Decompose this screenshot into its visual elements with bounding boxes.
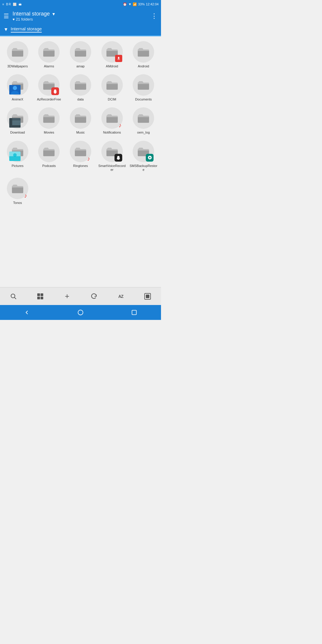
folder-label-3dwallpapers: 3DWallpapers: [7, 64, 28, 68]
title-area: Internal storage ▼ ♥ 21 folders: [13, 11, 56, 21]
folder-item-animex[interactable]: AnimeX: [2, 72, 33, 104]
folder-item-amap[interactable]: amap: [65, 39, 96, 71]
signal-icon: 📶: [133, 2, 137, 6]
svg-rect-22: [132, 310, 137, 315]
folder-item-3dwallpapers[interactable]: 3DWallpapers: [2, 39, 33, 71]
battery-text: 33%: [138, 2, 145, 6]
status-left: ≡ BR ⬜ 🏔: [2, 3, 22, 6]
folder-item-android[interactable]: Android: [128, 39, 159, 71]
heart-icon: ♥: [13, 17, 15, 21]
folder-label-android: Android: [138, 64, 149, 68]
folder-label-animex: AnimeX: [12, 97, 24, 101]
folder-item-movies[interactable]: Movies: [34, 105, 64, 137]
title-row: Internal storage ▼: [13, 11, 56, 17]
page-title: Internal storage: [13, 11, 50, 17]
thumbnail-animex: [9, 85, 21, 95]
svg-point-21: [78, 310, 83, 315]
app-icon-azrecorderfree: [51, 87, 59, 95]
folder-item-notifications[interactable]: ♪Notifications: [97, 105, 127, 137]
svg-rect-16: [41, 293, 43, 296]
bottom-toolbar: + AZ: [0, 287, 161, 305]
grid-view-button[interactable]: [33, 289, 48, 304]
folder-label-data: data: [77, 97, 83, 101]
folder-label-amap: amap: [76, 64, 85, 68]
menu-button[interactable]: ☰: [4, 13, 9, 20]
svg-point-1: [13, 86, 17, 90]
sort-button[interactable]: AZ: [113, 289, 128, 304]
wifi-icon: ▼: [128, 2, 131, 6]
svg-rect-15: [37, 293, 40, 296]
dropdown-arrow-icon[interactable]: ▼: [52, 12, 56, 16]
breadcrumb: Internal storage: [11, 26, 42, 32]
status-bar: ≡ BR ⬜ 🏔 ⏰ ▼ 📶 33% 12:42:04: [0, 0, 161, 8]
music-note-notifications: ♪: [119, 122, 122, 129]
status-right: ⏰ ▼ 📶 33% 12:42:04: [123, 2, 159, 6]
folder-item-smartvoicerecorder[interactable]: SmartVoiceRecorder: [97, 138, 127, 174]
folder-item-azrecorderfree[interactable]: AzRecorderFree: [34, 72, 64, 104]
svg-rect-4: [55, 93, 56, 94]
svg-rect-10: [9, 156, 21, 161]
folder-item-amdroid[interactable]: AMdroid: [97, 39, 127, 71]
music-note-ringtones: ♪: [87, 155, 90, 162]
search-button[interactable]: [6, 289, 21, 304]
music-note-tonos: ♪: [24, 192, 27, 199]
app-bar-left: ☰ Internal storage ▼ ♥ 21 folders: [4, 11, 56, 21]
time-text: 12:42:04: [146, 2, 159, 6]
empty-area: [0, 210, 161, 287]
svg-rect-20: [146, 295, 149, 298]
folder-label-download: Download: [10, 131, 25, 134]
folder-label-documents: Documents: [135, 97, 152, 101]
folder-item-smsbackuprestore[interactable]: SMSBackupRestore: [128, 138, 159, 174]
folder-label-movies: Movies: [44, 131, 54, 134]
folder-label-notifications: Notifications: [103, 131, 121, 134]
folder-label-smsbackuprestore: SMSBackupRestore: [129, 164, 157, 172]
folder-label-podcasts: Podcasts: [42, 164, 56, 168]
thumbnail-download: [9, 118, 21, 128]
svg-rect-17: [37, 297, 40, 299]
folder-label-dcim: DCIM: [108, 97, 116, 101]
back-button[interactable]: [19, 306, 34, 318]
folder-label-oem_log: oem_log: [137, 131, 150, 134]
folder-label-smartvoicerecorder: SmartVoiceRecorder: [98, 164, 126, 172]
svg-rect-18: [41, 297, 43, 299]
folder-item-download[interactable]: Download: [2, 105, 33, 137]
folder-item-tonos[interactable]: ♪Tonos: [2, 175, 33, 207]
folder-label-azrecorderfree: AzRecorderFree: [37, 97, 61, 101]
more-options-button[interactable]: ⋮: [151, 12, 157, 20]
clock-icon: ⏰: [123, 2, 127, 6]
folder-label-ringtones: Ringtones: [73, 164, 88, 168]
folder-grid: 3DWallpapers Alarms amap AMdroid Android…: [0, 36, 161, 210]
home-button[interactable]: [73, 306, 88, 318]
select-button[interactable]: [140, 289, 155, 304]
folder-item-ringtones[interactable]: ♪Ringtones: [65, 138, 96, 174]
folder-item-podcasts[interactable]: Podcasts: [34, 138, 64, 174]
recents-button[interactable]: [127, 306, 142, 318]
folder-item-dcim[interactable]: DCIM: [97, 72, 127, 104]
svg-rect-8: [9, 125, 21, 128]
folder-label-tonos: Tonos: [13, 201, 22, 205]
breadcrumb-back-icon[interactable]: ▼: [4, 27, 8, 32]
app-icon-smartvoicerecorder: [114, 154, 122, 162]
folder-item-pictures[interactable]: Pictures: [2, 138, 33, 174]
svg-line-14: [15, 297, 16, 299]
badge-amdroid: [115, 55, 122, 62]
app-bar: ☰ Internal storage ▼ ♥ 21 folders ⋮: [0, 8, 161, 24]
navigation-bar: [0, 305, 161, 320]
svg-rect-3: [55, 93, 55, 93]
thumbnail-pictures: [9, 151, 21, 161]
folder-item-data[interactable]: data: [65, 72, 96, 104]
svg-point-13: [11, 294, 15, 298]
folder-label-alarms: Alarms: [44, 64, 54, 68]
folder-label-amdroid: AMdroid: [106, 64, 118, 68]
folder-item-oem_log[interactable]: oem_log: [128, 105, 159, 137]
app-icons: ≡ BR ⬜ 🏔: [2, 3, 22, 6]
svg-point-11: [13, 153, 17, 157]
app-icon-smsbackuprestore: [146, 154, 154, 162]
folder-item-documents[interactable]: Documents: [128, 72, 159, 104]
folder-item-music[interactable]: Music: [65, 105, 96, 137]
folder-count-text: 21 folders: [16, 17, 33, 21]
folder-item-alarms[interactable]: Alarms: [34, 39, 64, 71]
breadcrumb-bar: ▼ Internal storage: [0, 24, 161, 36]
add-button[interactable]: +: [60, 289, 75, 304]
refresh-button[interactable]: [86, 289, 101, 304]
